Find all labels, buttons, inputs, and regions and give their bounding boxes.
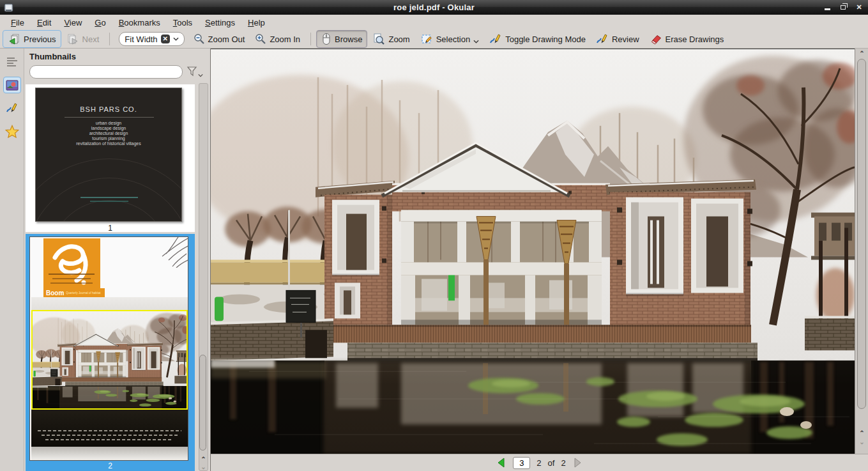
thumbnails-panel: Thumbnails BSH PARS CO. urban des: [24, 49, 211, 471]
titlebar: roe jeld.pdf - Okular ✕: [0, 0, 868, 15]
restore-button[interactable]: [838, 3, 848, 13]
content-area: Thumbnails BSH PARS CO. urban des: [0, 49, 868, 471]
thumbnail-list: BSH PARS CO. urban design landscape desi…: [24, 83, 211, 471]
boom-logo-square: [43, 238, 100, 288]
next-button[interactable]: Next: [61, 30, 105, 48]
scroll-up-arrow[interactable]: ⌃: [855, 50, 868, 58]
company-name: BSH PARS CO.: [36, 105, 181, 113]
browse-label: Browse: [335, 35, 362, 44]
browse-tool-button[interactable]: Browse: [316, 30, 367, 48]
page-bottom-fade: [31, 447, 188, 461]
thumbnail-search-input[interactable]: [29, 65, 183, 79]
sidebar-item-thumbnails[interactable]: [3, 77, 21, 93]
total-pages: 2: [561, 458, 565, 468]
page-number-label: 2: [26, 461, 195, 470]
minimize-button[interactable]: [822, 3, 832, 13]
menu-edit[interactable]: Edit: [31, 16, 57, 29]
contact-line: [80, 197, 138, 198]
thumbnails-icon: [6, 80, 19, 91]
mouse-icon: [321, 33, 331, 45]
branches-decoration: [143, 237, 188, 268]
toggle-drawing-label: Toggle Drawing Mode: [505, 35, 586, 44]
scroll-up-arrow[interactable]: ⌃: [855, 429, 868, 437]
journal-subtitle: Quarterly Journal of habitat: [66, 292, 100, 295]
review-button[interactable]: Review: [591, 30, 644, 48]
next-pages-icon: [66, 33, 79, 45]
sidebar-item-reviews[interactable]: [3, 100, 21, 116]
persian-tagline: [49, 274, 95, 275]
review-label: Review: [612, 35, 639, 44]
menu-bookmarks[interactable]: Bookmarks: [113, 16, 166, 29]
drawing-pen-icon: [489, 33, 502, 45]
scroll-down-arrow[interactable]: ⌄: [855, 438, 868, 446]
menu-view[interactable]: View: [58, 16, 88, 29]
window-title: roe jeld.pdf - Okular: [0, 3, 868, 12]
page-2-photo[interactable]: [211, 49, 855, 454]
erase-label: Erase Drawings: [666, 35, 724, 44]
persian-tagline: [52, 278, 91, 279]
scrollbar-thumb[interactable]: [199, 355, 206, 451]
close-button[interactable]: ✕: [854, 3, 864, 13]
zoom-out-button[interactable]: Zoom Out: [188, 31, 250, 47]
zoom-in-icon: [255, 33, 266, 45]
okular-window: roe jeld.pdf - Okular ✕ File Edit View G…: [0, 0, 868, 471]
sidebar-item-bookmarks[interactable]: [3, 123, 21, 139]
scroll-down-arrow[interactable]: ⌄: [199, 463, 208, 471]
selection-icon: [420, 33, 433, 45]
services-list: urban design landscape design architectu…: [36, 121, 181, 146]
thumbnail-scrollbar[interactable]: ⌃ ⌄: [199, 83, 208, 471]
page-1-thumbnail: BSH PARS CO. urban design landscape desi…: [35, 88, 182, 222]
visible-region-outline: [31, 310, 188, 410]
boom-calligraphy: [43, 238, 100, 288]
next-page-arrow-disabled[interactable]: [572, 458, 582, 468]
zoom-in-label: Zoom In: [270, 35, 300, 44]
clear-icon[interactable]: ✕: [161, 35, 170, 43]
zoom-out-icon: [194, 33, 205, 45]
menu-tools[interactable]: Tools: [167, 16, 198, 29]
erase-drawings-button[interactable]: Erase Drawings: [644, 30, 729, 48]
menu-file[interactable]: File: [5, 16, 30, 29]
chevron-down-icon: [198, 73, 203, 77]
contact-line: [90, 201, 128, 202]
review-pen-icon: [6, 102, 19, 114]
divider: [65, 117, 154, 118]
toolbar-separator: [310, 33, 311, 45]
selection-tool-button[interactable]: Selection: [415, 30, 484, 48]
zoom-in-button[interactable]: Zoom In: [250, 31, 305, 47]
panel-title: Thumbnails: [29, 52, 76, 61]
restore-icon: [841, 5, 846, 10]
review-pen-icon: [596, 33, 609, 45]
zoom-tool-button[interactable]: Zoom: [367, 30, 415, 48]
zoom-tool-icon: [372, 33, 385, 45]
page-number-label: 1: [26, 224, 195, 233]
caption-text-line: [38, 430, 181, 431]
thumbnail-item-page-1[interactable]: BSH PARS CO. urban design landscape desi…: [26, 84, 195, 232]
main-scrollbar[interactable]: ⌃ ⌃ ⌄: [855, 49, 868, 454]
zoom-select[interactable]: Fit Width ✕: [119, 32, 184, 46]
sidebar-item-contents[interactable]: [3, 54, 21, 70]
filter-button[interactable]: [187, 66, 203, 77]
current-page: 2: [537, 458, 541, 468]
previous-label: Previous: [24, 35, 56, 44]
sidebar-tool-strip: [0, 49, 24, 471]
previous-button[interactable]: Previous: [3, 30, 61, 48]
toggle-drawing-button[interactable]: Toggle Drawing Mode: [484, 30, 591, 48]
persian-tagline: [50, 282, 93, 284]
zoom-select-value: Fit Width: [125, 35, 157, 44]
previous-pages-icon: [8, 33, 20, 45]
menubar: File Edit View Go Bookmarks Tools Settin…: [0, 15, 868, 30]
zoom-tool-label: Zoom: [388, 35, 409, 44]
chevron-down-icon: [473, 40, 479, 43]
toolbar-separator: [109, 33, 110, 45]
thumbnail-item-page-2-selected[interactable]: Boom Quarterly Journal of habitat: [26, 234, 195, 471]
chevron-down-icon: [173, 37, 179, 41]
menu-help[interactable]: Help: [242, 16, 271, 29]
previous-page-arrow[interactable]: [496, 458, 506, 468]
scrollbar-thumb[interactable]: [857, 59, 866, 409]
close-icon: ✕: [856, 4, 862, 11]
selection-label: Selection: [436, 35, 470, 44]
page-number-input[interactable]: [513, 457, 530, 469]
menu-go[interactable]: Go: [89, 16, 111, 29]
scroll-up-arrow[interactable]: ⌃: [199, 456, 208, 463]
menu-settings[interactable]: Settings: [199, 16, 241, 29]
